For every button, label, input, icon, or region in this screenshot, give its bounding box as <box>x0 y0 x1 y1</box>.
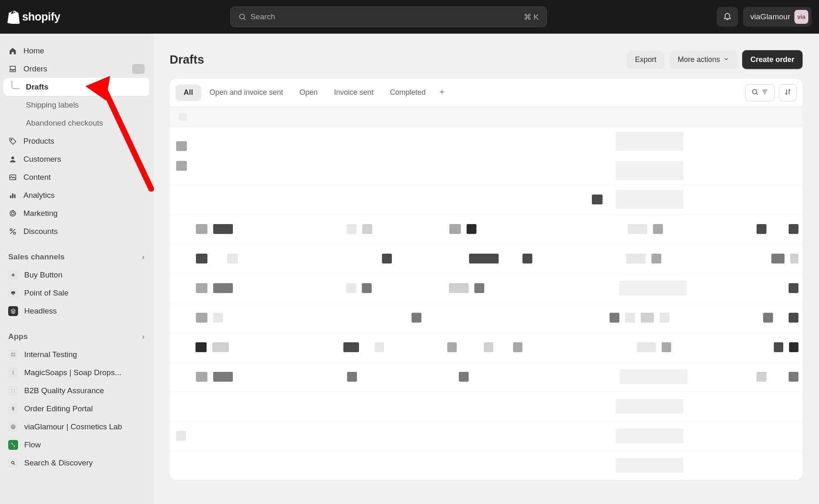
store-switcher[interactable]: viaGlamour via <box>743 7 812 27</box>
plus-box-icon <box>8 270 18 280</box>
sidebar-subitem-drafts[interactable]: Drafts <box>3 78 150 96</box>
image-icon <box>8 173 17 181</box>
sidebar-app-internal-testing[interactable]: Internal Testing <box>3 346 150 364</box>
sidebar-item-discounts[interactable]: Discounts <box>3 222 150 241</box>
sort-icon <box>784 88 791 97</box>
filter-icon <box>761 88 768 97</box>
orders-count-badge <box>132 64 145 74</box>
chevron-right-icon: › <box>142 252 145 261</box>
table-row <box>170 185 803 214</box>
sidebar-item-headless[interactable]: Headless <box>3 302 150 320</box>
chevron-down-icon <box>723 55 729 64</box>
inbox-icon <box>8 65 17 73</box>
table-row <box>170 303 803 332</box>
svg-point-0 <box>239 14 244 19</box>
store-name: viaGlamour <box>750 12 790 21</box>
table-row <box>170 273 803 303</box>
sidebar-app-viaglamour[interactable]: viaGlamour | Cosmetics Lab <box>3 418 150 436</box>
sidebar-item-customers[interactable]: Customers <box>3 150 150 168</box>
tab-completed[interactable]: Completed <box>382 85 434 101</box>
home-icon <box>8 47 17 55</box>
svg-rect-11 <box>11 291 15 294</box>
search-filter-button[interactable] <box>745 84 775 101</box>
sidebar-section-apps[interactable]: Apps › <box>3 328 150 346</box>
plus-icon <box>439 89 445 97</box>
svg-point-10 <box>14 232 16 234</box>
create-order-button[interactable]: Create order <box>742 50 803 69</box>
svg-point-8 <box>12 212 14 215</box>
sidebar-item-analytics[interactable]: Analytics <box>3 186 150 204</box>
sidebar-item-products[interactable]: Products <box>3 132 150 150</box>
export-button[interactable]: Export <box>627 50 665 69</box>
sort-button[interactable] <box>779 84 797 101</box>
tag-icon <box>8 137 17 145</box>
sidebar-subitem-abandoned-checkouts[interactable]: Abandoned checkouts <box>3 114 150 132</box>
sidebar-app-order-editing[interactable]: Order Editing Portal <box>3 400 150 418</box>
sidebar-section-sales-channels[interactable]: Sales channels › <box>3 248 150 266</box>
tab-open-invoice-sent[interactable]: Open and invoice sent <box>201 85 291 101</box>
shopify-wordmark: shopify <box>22 11 60 23</box>
chevron-right-icon: › <box>142 332 145 341</box>
tab-invoice-sent[interactable]: Invoice sent <box>326 85 382 101</box>
svg-point-17 <box>12 389 12 390</box>
topbar: shopify Search ⌘ K viaGlamour via <box>0 0 819 34</box>
table-row <box>170 362 803 392</box>
bar-chart-icon <box>8 191 17 199</box>
search-input[interactable]: Search ⌘ K <box>230 7 547 27</box>
svg-point-21 <box>11 425 15 428</box>
shopify-bag-icon <box>7 10 20 24</box>
svg-point-22 <box>12 426 14 428</box>
sidebar-app-search-discovery[interactable]: Search & Discovery <box>3 454 150 472</box>
sidebar-item-marketing[interactable]: Marketing <box>3 204 150 222</box>
svg-rect-14 <box>14 353 15 355</box>
add-view-button[interactable] <box>434 85 450 101</box>
drafts-card: All Open and invoice sent Open Invoice s… <box>170 79 803 480</box>
sidebar-item-content[interactable]: Content <box>3 168 150 186</box>
more-actions-button[interactable]: More actions <box>669 50 737 69</box>
sidebar-app-flow[interactable]: Flow <box>3 436 150 454</box>
search-icon <box>751 88 759 97</box>
svg-rect-12 <box>12 294 14 295</box>
main-content: Drafts Export More actions Create order … <box>153 34 819 504</box>
svg-rect-4 <box>10 195 11 198</box>
svg-point-18 <box>14 389 15 390</box>
search-shortcut: ⌘ K <box>524 12 539 22</box>
sidebar-subitem-shipping-labels[interactable]: Shipping labels <box>3 96 150 114</box>
sidebar-item-orders[interactable]: Orders <box>3 60 150 78</box>
shopify-logo[interactable]: shopify <box>7 10 60 24</box>
sidebar-item-buy-button[interactable]: Buy Button <box>3 266 150 284</box>
table-row <box>170 421 803 451</box>
layers-icon <box>8 306 18 316</box>
grid-icon <box>8 350 18 360</box>
table-row <box>170 392 803 421</box>
svg-point-25 <box>12 461 14 464</box>
svg-rect-5 <box>12 193 13 198</box>
sidebar: Home Orders Drafts Shipping labels Aband… <box>0 34 153 504</box>
search-small-icon <box>8 458 18 468</box>
table-row <box>170 127 803 185</box>
svg-point-7 <box>10 211 15 216</box>
svg-point-9 <box>10 229 12 231</box>
page-title: Drafts <box>170 53 204 66</box>
tab-open[interactable]: Open <box>291 85 326 101</box>
svg-point-20 <box>14 392 15 392</box>
person-icon <box>8 155 17 163</box>
percent-icon <box>8 227 17 236</box>
svg-point-19 <box>12 392 12 392</box>
svg-rect-15 <box>12 355 13 357</box>
target-icon <box>8 209 17 218</box>
search-icon <box>238 13 246 21</box>
sidebar-item-home[interactable]: Home <box>3 42 150 60</box>
grid-app-icon <box>8 386 18 396</box>
drafts-table-loading <box>170 107 803 480</box>
dollar-icon <box>8 404 18 414</box>
sidebar-app-magicsoaps[interactable]: MagicSoaps | Soap Drops... <box>3 364 150 382</box>
tab-all[interactable]: All <box>175 85 201 101</box>
flow-icon <box>8 440 18 450</box>
notifications-button[interactable] <box>717 7 738 27</box>
table-row <box>170 332 803 362</box>
tree-connector-icon <box>12 81 20 89</box>
sidebar-app-b2b-qa[interactable]: B2B Quality Assurance <box>3 382 150 400</box>
sidebar-item-point-of-sale[interactable]: Point of Sale <box>3 284 150 302</box>
svg-point-26 <box>752 89 757 94</box>
